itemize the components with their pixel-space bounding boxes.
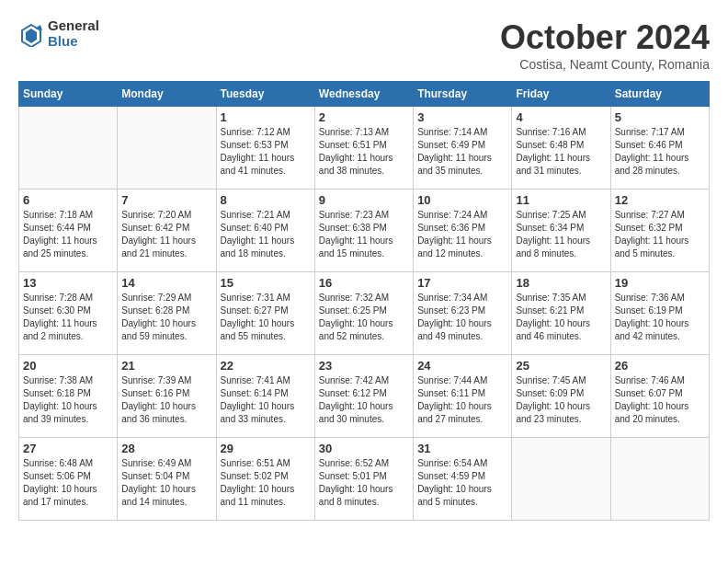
day-number: 2 bbox=[319, 110, 409, 124]
calendar-day-cell: 5Sunrise: 7:17 AM Sunset: 6:46 PM Daylig… bbox=[610, 107, 709, 190]
logo-icon bbox=[18, 21, 44, 47]
day-info: Sunrise: 7:44 AM Sunset: 6:11 PM Dayligh… bbox=[417, 374, 507, 426]
day-number: 7 bbox=[121, 193, 211, 207]
day-info: Sunrise: 7:28 AM Sunset: 6:30 PM Dayligh… bbox=[23, 292, 113, 343]
day-number: 14 bbox=[121, 276, 211, 290]
day-info: Sunrise: 7:18 AM Sunset: 6:44 PM Dayligh… bbox=[23, 209, 113, 260]
calendar-day-cell: 10Sunrise: 7:24 AM Sunset: 6:36 PM Dayli… bbox=[414, 190, 512, 272]
calendar-day-cell: 4Sunrise: 7:16 AM Sunset: 6:48 PM Daylig… bbox=[512, 107, 610, 190]
calendar-week-row: 13Sunrise: 7:28 AM Sunset: 6:30 PM Dayli… bbox=[19, 272, 710, 355]
calendar-day-cell: 20Sunrise: 7:38 AM Sunset: 6:18 PM Dayli… bbox=[19, 355, 118, 438]
calendar-day-cell: 1Sunrise: 7:12 AM Sunset: 6:53 PM Daylig… bbox=[216, 107, 314, 190]
calendar-day-cell: 30Sunrise: 6:52 AM Sunset: 5:01 PM Dayli… bbox=[314, 438, 413, 521]
weekday-header-row: SundayMondayTuesdayWednesdayThursdayFrid… bbox=[19, 82, 710, 107]
day-info: Sunrise: 6:52 AM Sunset: 5:01 PM Dayligh… bbox=[319, 457, 409, 509]
calendar-day-cell: 15Sunrise: 7:31 AM Sunset: 6:27 PM Dayli… bbox=[216, 272, 314, 355]
day-info: Sunrise: 6:49 AM Sunset: 5:04 PM Dayligh… bbox=[121, 457, 211, 509]
weekday-header-thursday: Thursday bbox=[414, 82, 512, 107]
page-header: General Blue October 2024 Costisa, Neamt… bbox=[18, 18, 710, 72]
calendar-day-cell: 25Sunrise: 7:45 AM Sunset: 6:09 PM Dayli… bbox=[512, 355, 610, 438]
logo-text: General Blue bbox=[48, 18, 99, 49]
calendar-day-cell: 16Sunrise: 7:32 AM Sunset: 6:25 PM Dayli… bbox=[314, 272, 413, 355]
calendar-empty-cell bbox=[512, 438, 610, 521]
day-number: 28 bbox=[121, 442, 211, 455]
day-info: Sunrise: 7:39 AM Sunset: 6:16 PM Dayligh… bbox=[121, 374, 211, 426]
day-info: Sunrise: 7:13 AM Sunset: 6:51 PM Dayligh… bbox=[319, 126, 409, 178]
calendar-empty-cell bbox=[19, 107, 118, 190]
day-number: 25 bbox=[516, 359, 606, 373]
calendar-day-cell: 22Sunrise: 7:41 AM Sunset: 6:14 PM Dayli… bbox=[216, 355, 314, 438]
day-info: Sunrise: 6:48 AM Sunset: 5:06 PM Dayligh… bbox=[23, 457, 113, 509]
calendar-day-cell: 3Sunrise: 7:14 AM Sunset: 6:49 PM Daylig… bbox=[414, 107, 512, 190]
day-number: 16 bbox=[319, 276, 409, 290]
calendar-day-cell: 2Sunrise: 7:13 AM Sunset: 6:51 PM Daylig… bbox=[314, 107, 413, 190]
calendar-day-cell: 18Sunrise: 7:35 AM Sunset: 6:21 PM Dayli… bbox=[512, 272, 610, 355]
day-info: Sunrise: 7:32 AM Sunset: 6:25 PM Dayligh… bbox=[319, 292, 409, 343]
calendar-day-cell: 13Sunrise: 7:28 AM Sunset: 6:30 PM Dayli… bbox=[19, 272, 118, 355]
svg-marker-2 bbox=[26, 29, 37, 43]
day-number: 1 bbox=[221, 110, 311, 124]
day-number: 10 bbox=[417, 193, 507, 207]
day-number: 24 bbox=[417, 359, 507, 373]
calendar-week-row: 20Sunrise: 7:38 AM Sunset: 6:18 PM Dayli… bbox=[19, 355, 710, 438]
calendar-empty-cell bbox=[610, 438, 709, 521]
calendar-day-cell: 23Sunrise: 7:42 AM Sunset: 6:12 PM Dayli… bbox=[314, 355, 413, 438]
calendar-day-cell: 11Sunrise: 7:25 AM Sunset: 6:34 PM Dayli… bbox=[512, 190, 610, 272]
day-number: 22 bbox=[221, 359, 311, 373]
day-number: 26 bbox=[615, 359, 705, 373]
calendar-empty-cell bbox=[118, 107, 216, 190]
day-info: Sunrise: 7:16 AM Sunset: 6:48 PM Dayligh… bbox=[516, 126, 606, 178]
day-info: Sunrise: 7:42 AM Sunset: 6:12 PM Dayligh… bbox=[319, 374, 409, 426]
calendar-day-cell: 26Sunrise: 7:46 AM Sunset: 6:07 PM Dayli… bbox=[610, 355, 709, 438]
day-info: Sunrise: 7:46 AM Sunset: 6:07 PM Dayligh… bbox=[615, 374, 705, 426]
day-info: Sunrise: 7:23 AM Sunset: 6:38 PM Dayligh… bbox=[319, 209, 409, 260]
day-number: 3 bbox=[417, 110, 507, 124]
day-number: 20 bbox=[23, 359, 113, 373]
location-subtitle: Costisa, Neamt County, Romania bbox=[500, 57, 710, 72]
day-info: Sunrise: 7:20 AM Sunset: 6:42 PM Dayligh… bbox=[121, 209, 211, 260]
calendar-day-cell: 12Sunrise: 7:27 AM Sunset: 6:32 PM Dayli… bbox=[610, 190, 709, 272]
day-info: Sunrise: 7:24 AM Sunset: 6:36 PM Dayligh… bbox=[417, 209, 507, 260]
day-info: Sunrise: 7:12 AM Sunset: 6:53 PM Dayligh… bbox=[221, 126, 311, 178]
calendar-day-cell: 7Sunrise: 7:20 AM Sunset: 6:42 PM Daylig… bbox=[118, 190, 216, 272]
calendar-day-cell: 9Sunrise: 7:23 AM Sunset: 6:38 PM Daylig… bbox=[314, 190, 413, 272]
calendar-table: SundayMondayTuesdayWednesdayThursdayFrid… bbox=[18, 81, 710, 521]
day-number: 27 bbox=[23, 442, 113, 455]
calendar-day-cell: 8Sunrise: 7:21 AM Sunset: 6:40 PM Daylig… bbox=[216, 190, 314, 272]
weekday-header-saturday: Saturday bbox=[610, 82, 709, 107]
day-number: 15 bbox=[221, 276, 311, 290]
calendar-day-cell: 14Sunrise: 7:29 AM Sunset: 6:28 PM Dayli… bbox=[118, 272, 216, 355]
weekday-header-sunday: Sunday bbox=[19, 82, 118, 107]
weekday-header-tuesday: Tuesday bbox=[216, 82, 314, 107]
day-info: Sunrise: 7:31 AM Sunset: 6:27 PM Dayligh… bbox=[221, 292, 311, 343]
day-info: Sunrise: 7:34 AM Sunset: 6:23 PM Dayligh… bbox=[417, 292, 507, 343]
day-info: Sunrise: 6:51 AM Sunset: 5:02 PM Dayligh… bbox=[221, 457, 311, 509]
calendar-day-cell: 24Sunrise: 7:44 AM Sunset: 6:11 PM Dayli… bbox=[414, 355, 512, 438]
day-number: 31 bbox=[417, 442, 507, 455]
day-info: Sunrise: 7:36 AM Sunset: 6:19 PM Dayligh… bbox=[615, 292, 705, 343]
calendar-day-cell: 17Sunrise: 7:34 AM Sunset: 6:23 PM Dayli… bbox=[414, 272, 512, 355]
day-info: Sunrise: 7:21 AM Sunset: 6:40 PM Dayligh… bbox=[221, 209, 311, 260]
calendar-day-cell: 21Sunrise: 7:39 AM Sunset: 6:16 PM Dayli… bbox=[118, 355, 216, 438]
calendar-week-row: 1Sunrise: 7:12 AM Sunset: 6:53 PM Daylig… bbox=[19, 107, 710, 190]
day-info: Sunrise: 7:45 AM Sunset: 6:09 PM Dayligh… bbox=[516, 374, 606, 426]
day-number: 30 bbox=[319, 442, 409, 455]
day-number: 9 bbox=[319, 193, 409, 207]
weekday-header-wednesday: Wednesday bbox=[314, 82, 413, 107]
day-number: 18 bbox=[516, 276, 606, 290]
day-number: 5 bbox=[615, 110, 705, 124]
day-number: 8 bbox=[221, 193, 311, 207]
day-number: 4 bbox=[516, 110, 606, 124]
calendar-week-row: 27Sunrise: 6:48 AM Sunset: 5:06 PM Dayli… bbox=[19, 438, 710, 521]
day-number: 11 bbox=[516, 193, 606, 207]
calendar-day-cell: 19Sunrise: 7:36 AM Sunset: 6:19 PM Dayli… bbox=[610, 272, 709, 355]
logo-blue: Blue bbox=[48, 34, 99, 50]
weekday-header-monday: Monday bbox=[118, 82, 216, 107]
day-number: 19 bbox=[615, 276, 705, 290]
day-info: Sunrise: 7:35 AM Sunset: 6:21 PM Dayligh… bbox=[516, 292, 606, 343]
day-number: 13 bbox=[23, 276, 113, 290]
calendar-day-cell: 31Sunrise: 6:54 AM Sunset: 4:59 PM Dayli… bbox=[414, 438, 512, 521]
calendar-day-cell: 29Sunrise: 6:51 AM Sunset: 5:02 PM Dayli… bbox=[216, 438, 314, 521]
weekday-header-friday: Friday bbox=[512, 82, 610, 107]
day-info: Sunrise: 6:54 AM Sunset: 4:59 PM Dayligh… bbox=[417, 457, 507, 509]
